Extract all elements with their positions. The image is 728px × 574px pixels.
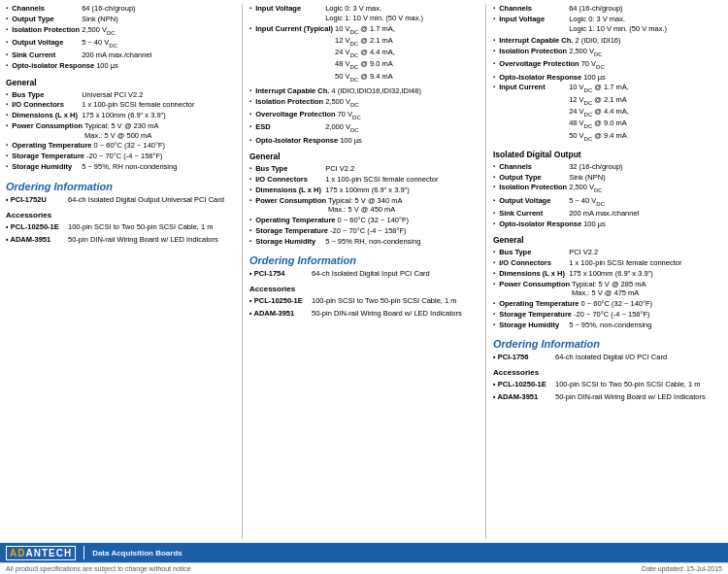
spec-item: Output Voltage5 ~ 40 VDC [6, 38, 235, 50]
spec-item: I/O Connectors1 x 100-pin SCSI female co… [493, 258, 722, 268]
spec-item: Bus TypeUniversal PCI V2.2 [6, 90, 235, 100]
spec-item: Channels64 (16-ch/group) [493, 4, 722, 14]
ordering-item-col2: ▪ PCI-1754 64-ch Isolated Digital Input … [249, 269, 479, 278]
ordering-title-col1: Ordering Information [6, 181, 235, 192]
spec-item: Sink Current200 mA max./channel [6, 51, 235, 60]
spec-item: Output TypeSink (NPN) [493, 173, 722, 183]
spec-list-col2-mid: Interrupt Capable Ch.4 (IDIO,IDIO16,IDI3… [249, 86, 479, 146]
spec-item: Interrupt Capable Ch.2 (IDI0, IDI16) [493, 36, 722, 46]
spec-item: Input VoltageLogic 0: 3 V max.Logic 1: 1… [249, 4, 479, 23]
ordering-title-col2: Ordering Information [249, 254, 479, 266]
spec-list-col2-top: Input VoltageLogic 0: 3 V max.Logic 1: 1… [249, 4, 479, 84]
general-title-col1: General [6, 78, 235, 87]
spec-item: Input Current10 VDC @ 1.7 mA,12 VDC @ 2.… [493, 83, 722, 142]
spec-item: Operating Temperature0 ~ 60°C (32 ~ 140°… [6, 141, 235, 151]
spec-item: Dimensions (L x H)175 x 100mm (6.9" x 3.… [6, 111, 235, 120]
spec-item: Sink Current200 mA max./channel [493, 209, 722, 219]
ordering-item-col3: ▪ PCI-1756 64-ch Isolated Digital I/O PC… [493, 353, 722, 361]
general-title-col3: General [493, 235, 722, 245]
spec-item: Opto-Isolator Response100 µs [249, 136, 479, 146]
spec-item: Isolation Protection2,500 VDC [249, 97, 479, 109]
page: Channels64 (16-ch/group) Output TypeSink… [0, 0, 728, 574]
spec-list-col1-top: Channels64 (16-ch/group) Output TypeSink… [6, 4, 235, 72]
spec-item: I/O Connectors1 x 100-pin SCSI female co… [6, 100, 235, 110]
spec-item: Channels32 (16-ch/group) [493, 162, 722, 172]
spec-item: Storage Humidity5 ~ 95%, non-condensing [493, 321, 722, 330]
spec-item: Input VoltageLogic 0: 3 V max.Logic 1: 1… [493, 15, 722, 34]
spec-item: I/O Connectors1 x 100-pin SCSI female co… [249, 175, 479, 185]
spec-item: Isolation Protection2,500 VDC [6, 25, 235, 37]
footer-divider [83, 546, 84, 559]
spec-item: Isolation Protection2,500 VDC [493, 47, 722, 58]
spec-item: Opto-isolator Response100 µs [6, 61, 235, 71]
general-title-col2: General [249, 152, 479, 161]
footer-date: Date updated: 15-Jul-2015 [642, 565, 722, 572]
ordering-title-col3: Ordering Information [493, 338, 722, 350]
accessories-title-col3: Accessories [493, 368, 722, 377]
spec-item: Input Current (Typical)10 VDC @ 1.7 mA,1… [249, 24, 479, 84]
spec-item: Interrupt Capable Ch.4 (IDIO,IDIO16,IDI3… [249, 86, 479, 96]
accessories-title-col1: Accessories [6, 211, 235, 219]
spec-item: Output TypeSink (NPN) [6, 15, 235, 24]
spec-item: Operating Temperature0 ~ 60°C (32 ~ 140°… [249, 216, 479, 225]
accessory-item-col1-2: ▪ ADAM-3951 50-pin DIN-rail Wiring Board… [6, 235, 235, 244]
spec-list-col3-mid: Interrupt Capable Ch.2 (IDI0, IDI16) Iso… [493, 36, 722, 144]
spec-item: Dimensions (L x H)175 x 100mm (6.9" x 3.… [249, 186, 479, 195]
spec-item: Power ConsumptionTypical: 5 V @ 285 mAMa… [493, 280, 722, 299]
main-content: Channels64 (16-ch/group) Output TypeSink… [0, 0, 728, 543]
column-1: Channels64 (16-ch/group) Output TypeSink… [6, 4, 235, 539]
accessory-item-col1-1: ▪ PCL-10250-1E 100-pin SCSI to Two 50-pi… [6, 222, 235, 231]
general-spec-list-col1: Bus TypeUniversal PCI V2.2 I/O Connector… [6, 90, 235, 173]
general-spec-list-col3: Bus TypePCI V2.2 I/O Connectors1 x 100-p… [493, 248, 722, 330]
spec-item: Opto-isolator Response100 µs [493, 219, 722, 229]
spec-item: Storage Humidity5 ~ 95% RH, non-condensi… [249, 237, 479, 247]
isolated-output-spec-list: Channels32 (16-ch/group) Output TypeSink… [493, 162, 722, 230]
column-3: Channels64 (16-ch/group) Input VoltageLo… [493, 4, 722, 539]
accessories-title-col2: Accessories [249, 285, 479, 293]
spec-item: Opto-Isolator Response100 µs [493, 73, 722, 83]
spec-item: Bus TypePCI V2.2 [493, 248, 722, 257]
spec-item: Storage Humidity5 ~ 95%, RH non-condensi… [6, 162, 235, 172]
separator-1 [242, 4, 243, 539]
footer: ADANTECH Data Acquisition Boards All pro… [0, 543, 728, 574]
spec-item: Power ConsumptionTypical: 5 V @ 340 mAMa… [249, 196, 479, 216]
general-spec-list-col2: Bus TypePCI V2.2 I/O Connectors1 x 100-p… [249, 164, 479, 247]
spec-item: Overvoltage Protection70 VDC [249, 110, 479, 121]
accessory-item-col3-1: ▪ PCL-10250-1E 100-pin SCSI to Two 50-pi… [493, 380, 722, 388]
footer-tagline: Data Acquisition Boards [92, 549, 182, 557]
accessory-item-col2-2: ▪ ADAM-3951 50-pin DIN-rail Wiring Board… [249, 309, 479, 318]
spec-item: Power ConsumptionTypical: 5 V @ 230 mAMa… [6, 121, 235, 141]
separator-2 [485, 4, 486, 539]
column-2: Input VoltageLogic 0: 3 V max.Logic 1: 1… [249, 4, 479, 539]
spec-item: Storage Temperature-20 ~ 70°C (-4 ~ 158°… [6, 152, 235, 161]
advantech-logo: ADANTECH [6, 546, 76, 560]
footer-disclaimer: All product specifications are subject t… [6, 565, 191, 572]
accessory-item-col2-1: ▪ PCL-10250-1E 100-pin SCSI to Two 50-pi… [249, 296, 479, 305]
ordering-item-col1: ▪ PCI-1752U 64-ch Isolated Digital Outpu… [6, 195, 235, 204]
spec-item: Channels64 (16-ch/group) [6, 4, 235, 14]
spec-item: ESD2,000 VDC [249, 122, 479, 134]
spec-item: Storage Temperature-20 ~ 70°C (-4 ~ 158°… [493, 310, 722, 320]
spec-item: Overvoltage Protection70 VDC [493, 59, 722, 71]
spec-item: Isolation Protection2,500 VDC [493, 183, 722, 194]
spec-item: Storage Temperature-20 ~ 70°C (-4 ~ 158°… [249, 226, 479, 236]
spec-item: Operating Temperature0 ~ 60°C (32 ~ 140°… [493, 299, 722, 309]
accessory-item-col3-2: ▪ ADAM-3951 50-pin DIN-rail Wiring Board… [493, 392, 722, 401]
spec-item: Output Voltage5 ~ 40 VDC [493, 196, 722, 208]
spec-item: Dimensions (L x H)175 x 100mm (6.9" x 3.… [493, 269, 722, 279]
footer-bottom: All product specifications are subject t… [0, 562, 728, 574]
spec-item: Bus TypePCI V2.2 [249, 164, 479, 174]
isolated-output-title: Isolated Digital Output [493, 150, 722, 159]
spec-list-col3-top: Channels64 (16-ch/group) Input VoltageLo… [493, 4, 722, 34]
footer-bar: ADANTECH Data Acquisition Boards [0, 543, 728, 562]
